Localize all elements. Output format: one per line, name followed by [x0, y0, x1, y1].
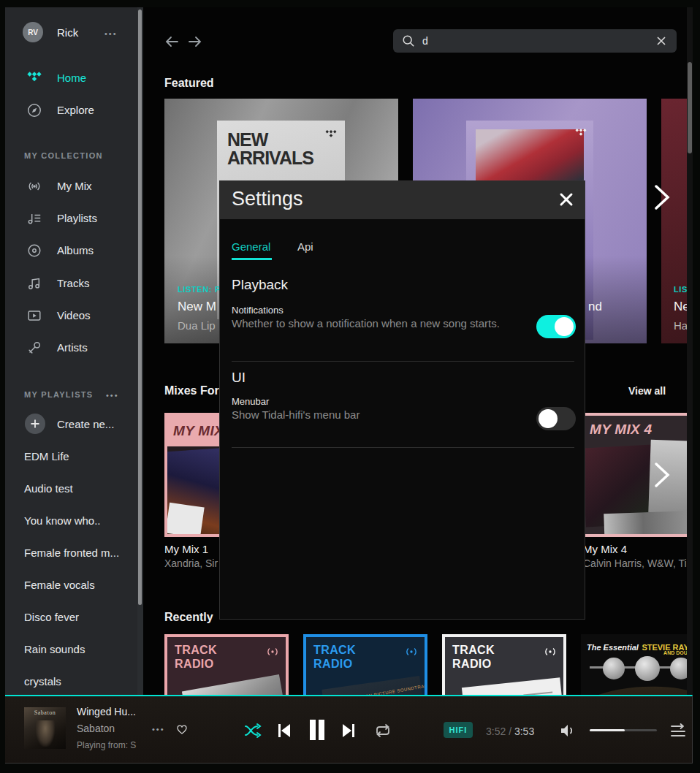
- featured-badge: LISTEN: PL: [178, 285, 226, 294]
- collection-header: MY COLLECTION: [24, 151, 103, 160]
- track-radio-card-3[interactable]: TRACK RADIO: [442, 634, 566, 695]
- tab-api[interactable]: Api: [297, 240, 313, 253]
- sidebar-item-home[interactable]: Home: [57, 72, 86, 84]
- menubar-toggle[interactable]: [536, 407, 576, 430]
- time-display: 3:52 / 3:53: [486, 726, 534, 737]
- queue-icon[interactable]: [670, 723, 688, 738]
- tidal-logo-icon: [324, 129, 338, 140]
- repeat-icon[interactable]: [373, 721, 392, 740]
- recent-album-card-stevie[interactable]: The Essential STEVIE RAY VAUG AND DOUBLE…: [581, 634, 693, 695]
- playing-from-label: Playing from: S: [77, 740, 136, 750]
- playlist-item[interactable]: Audio test: [24, 482, 73, 495]
- carousel-next-icon[interactable]: [653, 184, 672, 210]
- settings-modal-header: Settings: [220, 181, 585, 219]
- album-art: ORIGINAL MOTION PICTURE SOUNDTRACK: [322, 676, 427, 695]
- notifications-toggle[interactable]: [536, 315, 576, 338]
- playlist-item[interactable]: You know who..: [24, 514, 101, 527]
- album-title-part1: The Essential: [587, 643, 639, 652]
- radio-waves-icon: [543, 644, 558, 659]
- search-input[interactable]: [422, 29, 642, 53]
- tidal-logo-icon: [26, 70, 42, 86]
- radio-waves-icon: [265, 644, 280, 659]
- album-art-text: Sabaton: [24, 709, 66, 716]
- next-track-icon[interactable]: [341, 723, 356, 739]
- total-time: 3:53: [514, 726, 534, 737]
- albums-icon: [26, 243, 42, 259]
- playlist-item[interactable]: Disco fever: [24, 611, 79, 623]
- poster-line1: NEW: [227, 131, 313, 149]
- user-menu-icon[interactable]: •••: [104, 29, 118, 38]
- album-ornament: [590, 660, 693, 682]
- track-options-icon[interactable]: •••: [152, 725, 165, 734]
- mixes-heading: Mixes For: [164, 384, 219, 397]
- playlist-item[interactable]: Female fronted m...: [24, 547, 119, 559]
- previous-track-icon[interactable]: [277, 723, 292, 739]
- favorite-heart-icon[interactable]: [175, 723, 189, 736]
- plus-icon[interactable]: [25, 414, 45, 434]
- current-track-title[interactable]: Winged Hu...: [77, 706, 136, 717]
- ui-section-heading: UI: [232, 370, 246, 386]
- forward-arrow-icon[interactable]: [187, 34, 203, 50]
- sidebar-scrollbar-thumb[interactable]: [138, 9, 142, 605]
- time-separator: /: [509, 726, 511, 737]
- compass-icon: [26, 102, 42, 118]
- sidebar-item-my-mix[interactable]: My Mix: [57, 180, 92, 192]
- album-art: [462, 677, 566, 695]
- settings-title: Settings: [232, 188, 303, 210]
- mix-card-header: MY MIX 4: [590, 422, 652, 438]
- playlist-item[interactable]: crystals: [24, 675, 61, 688]
- volume-icon[interactable]: [559, 723, 577, 739]
- tab-general[interactable]: General: [232, 240, 270, 253]
- sidebar-item-explore[interactable]: Explore: [57, 104, 94, 116]
- playlist-item[interactable]: Female vocals: [24, 579, 95, 591]
- tracks-icon: [26, 275, 42, 292]
- notifications-description: Whether to show a notification when a ne…: [232, 317, 524, 330]
- my-mix-icon: [26, 178, 42, 194]
- elapsed-time: 3:52: [486, 726, 506, 737]
- sidebar-item-artists[interactable]: Artists: [57, 341, 88, 354]
- mix-collage-tile: [604, 511, 693, 537]
- mix-card-4[interactable]: MY MIX 4: [581, 413, 693, 537]
- videos-icon: [26, 308, 42, 324]
- track-radio-card-1[interactable]: TRACK RADIO: [164, 634, 289, 695]
- sidebar-item-playlists[interactable]: Playlists: [57, 212, 97, 224]
- album-art[interactable]: Sabaton: [24, 707, 66, 749]
- playlist-item[interactable]: Rain sounds: [24, 643, 85, 655]
- player-bar: Sabaton Winged Hu... Sabaton ••• Playing…: [5, 695, 693, 764]
- my-playlists-header: MY PLAYLISTS: [24, 390, 93, 399]
- sidebar-item-albums[interactable]: Albums: [57, 244, 94, 256]
- settings-modal: Settings General Api Playback Notificati…: [219, 180, 585, 620]
- avatar[interactable]: RV: [23, 22, 43, 42]
- user-name[interactable]: Rick: [57, 26, 78, 39]
- mix-title[interactable]: My Mix 4: [583, 543, 688, 555]
- active-tab-underline: [232, 258, 272, 260]
- volume-slider[interactable]: [590, 729, 657, 731]
- quality-badge[interactable]: HIFI: [444, 722, 473, 738]
- clear-search-icon[interactable]: [656, 36, 666, 46]
- main-scrollbar-thumb[interactable]: [688, 62, 692, 153]
- featured-title-partial: nd: [588, 300, 602, 314]
- current-track-artist[interactable]: Sabaton: [77, 723, 115, 734]
- recently-heading: Recently: [164, 611, 213, 624]
- view-all-link[interactable]: View all: [628, 385, 666, 397]
- sidebar-item-videos[interactable]: Videos: [57, 309, 91, 321]
- carousel-next-icon[interactable]: [653, 462, 672, 488]
- playlist-item[interactable]: EDM Life: [24, 450, 69, 462]
- featured-title: New M: [178, 300, 216, 314]
- radio-waves-icon: [404, 644, 419, 659]
- sidebar-item-tracks[interactable]: Tracks: [57, 277, 89, 289]
- playback-section-heading: Playback: [232, 277, 288, 293]
- shuffle-icon[interactable]: [243, 721, 262, 740]
- search-icon: [402, 34, 415, 47]
- tidal-logo-icon: [574, 128, 587, 138]
- track-radio-card-2[interactable]: TRACK RADIO ORIGINAL MOTION PICTURE SOUN…: [303, 634, 427, 695]
- close-icon[interactable]: [558, 191, 574, 207]
- back-arrow-icon[interactable]: [164, 34, 180, 50]
- desktop: RV Rick ••• Home Explore MY COLLECTION: [0, 0, 700, 773]
- create-playlist-button[interactable]: Create ne...: [57, 418, 114, 430]
- featured-heading: Featured: [164, 77, 214, 90]
- pause-button[interactable]: [308, 719, 326, 741]
- playlists-icon: [26, 210, 42, 226]
- volume-fill: [590, 729, 625, 731]
- playlists-menu-icon[interactable]: •••: [106, 391, 119, 400]
